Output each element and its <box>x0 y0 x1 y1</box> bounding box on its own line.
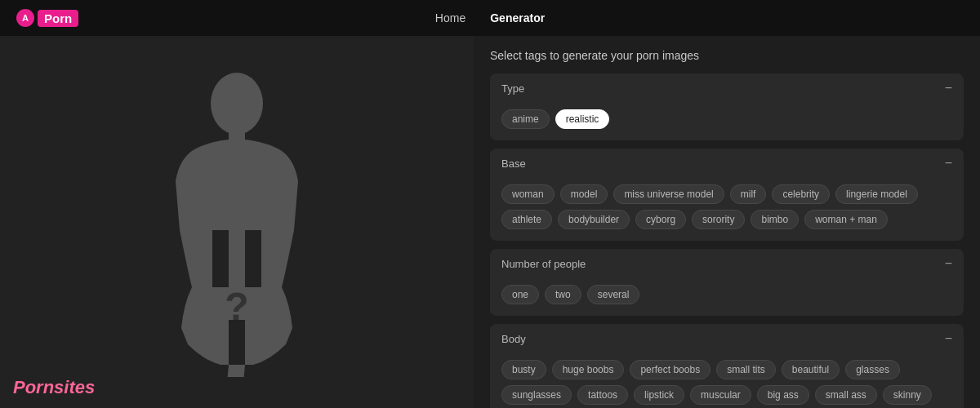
section-base: Base − woman model miss universe model m… <box>490 149 964 241</box>
number-tags: one two several <box>501 285 952 304</box>
section-body: Body − busty huge boobs perfect boobs sm… <box>490 324 964 408</box>
logo-text: Porn <box>38 10 78 27</box>
section-type: Type − anime realistic <box>490 73 964 140</box>
tag-sunglasses[interactable]: sunglasses <box>501 385 572 405</box>
nav: Home Generator <box>435 11 545 24</box>
nav-home[interactable]: Home <box>435 11 466 24</box>
tag-several[interactable]: several <box>587 285 640 304</box>
pornsites-logo: Pornsites <box>13 377 95 398</box>
tag-milf[interactable]: milf <box>730 184 767 204</box>
tag-beautiful[interactable]: beautiful <box>782 360 840 379</box>
tag-skinny[interactable]: skinny <box>883 385 932 405</box>
tag-miss-universe[interactable]: miss universe model <box>613 184 724 204</box>
tag-lipstick[interactable]: lipstick <box>634 385 684 405</box>
silhouette: ? <box>147 67 327 377</box>
base-tags: woman model miss universe model milf cel… <box>501 184 952 229</box>
section-type-body: anime realistic <box>490 103 964 140</box>
section-body-header[interactable]: Body − <box>490 324 964 353</box>
section-number-header[interactable]: Number of people − <box>490 249 964 278</box>
tag-muscular[interactable]: muscular <box>690 385 751 405</box>
tag-small-tits[interactable]: small tits <box>716 360 776 379</box>
tag-lingerie-model[interactable]: lingerie model <box>835 184 918 204</box>
section-type-toggle: − <box>945 82 952 95</box>
section-base-body: woman model miss universe model milf cel… <box>490 178 964 241</box>
tag-athlete[interactable]: athlete <box>501 210 552 229</box>
logo-icon: A <box>16 9 34 27</box>
tag-woman-man[interactable]: woman + man <box>804 210 888 229</box>
body-tags: busty huge boobs perfect boobs small tit… <box>501 360 952 408</box>
panel-title: Select tags to generate your porn images <box>490 49 964 62</box>
section-type-title: Type <box>501 82 524 95</box>
tag-perfect-boobs[interactable]: perfect boobs <box>630 360 710 379</box>
svg-text:?: ? <box>225 285 248 328</box>
right-panel: Select tags to generate your porn images… <box>474 36 980 408</box>
tag-tattoos[interactable]: tattoos <box>577 385 628 405</box>
tag-bimbo[interactable]: bimbo <box>751 210 799 229</box>
section-body-content: busty huge boobs perfect boobs small tit… <box>490 353 964 408</box>
tag-woman[interactable]: woman <box>501 184 555 204</box>
header: A Porn Home Generator <box>0 0 980 36</box>
section-base-toggle: − <box>945 157 952 170</box>
section-number-toggle: − <box>945 257 952 270</box>
section-body-title: Body <box>501 333 526 345</box>
tag-bodybuilder[interactable]: bodybuilder <box>558 210 630 229</box>
tag-model[interactable]: model <box>560 184 608 204</box>
type-tags: anime realistic <box>501 109 952 129</box>
svg-point-0 <box>211 73 263 135</box>
left-panel: ? Pornsites <box>0 36 474 408</box>
section-number: Number of people − one two several <box>490 249 964 316</box>
tag-cyborg[interactable]: cyborg <box>635 210 686 229</box>
section-base-title: Base <box>501 157 526 170</box>
section-base-header[interactable]: Base − <box>490 149 964 178</box>
tag-small-ass[interactable]: small ass <box>815 385 877 405</box>
tag-anime[interactable]: anime <box>501 109 550 129</box>
section-number-title: Number of people <box>501 258 586 270</box>
main: ? Pornsites Select tags to generate your… <box>0 36 980 408</box>
logo: A Porn <box>16 9 78 27</box>
section-number-body: one two several <box>490 278 964 316</box>
tag-celebrity[interactable]: celebrity <box>772 184 830 204</box>
tag-glasses[interactable]: glasses <box>845 360 900 379</box>
tag-two[interactable]: two <box>545 285 581 304</box>
tag-sorority[interactable]: sorority <box>692 210 745 229</box>
tag-realistic[interactable]: realistic <box>555 109 610 129</box>
tag-big-ass[interactable]: big ass <box>757 385 809 405</box>
tag-huge-boobs[interactable]: huge boobs <box>552 360 625 379</box>
nav-generator[interactable]: Generator <box>490 11 545 24</box>
section-body-toggle: − <box>945 332 952 345</box>
tag-busty[interactable]: busty <box>501 360 546 379</box>
section-type-header[interactable]: Type − <box>490 73 964 103</box>
tag-one[interactable]: one <box>501 285 539 304</box>
